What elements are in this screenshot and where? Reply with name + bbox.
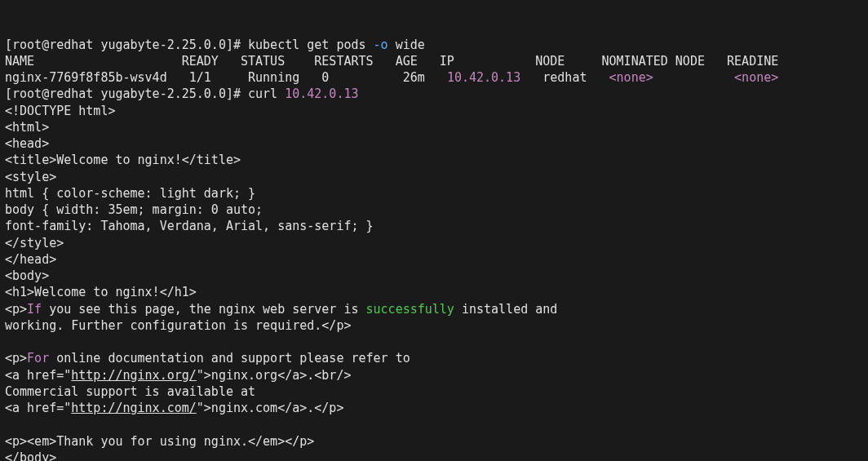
table-header: NAME READY STATUS RESTARTS AGE IP NODE N… <box>5 54 778 69</box>
curl-output: <!DOCTYPE html> <html> <head> <title>Wel… <box>5 104 557 462</box>
terminal-output[interactable]: [root@redhat yugabyte-2.25.0.0]# kubectl… <box>5 38 778 462</box>
table-row: nginx-7769f8f85b-wsv4d 1/1 Running 0 26m… <box>5 70 778 85</box>
prompt-line-2: [root@redhat yugabyte-2.25.0.0]# curl 10… <box>5 86 359 101</box>
prompt-line-1: [root@redhat yugabyte-2.25.0.0]# kubectl… <box>5 38 425 52</box>
